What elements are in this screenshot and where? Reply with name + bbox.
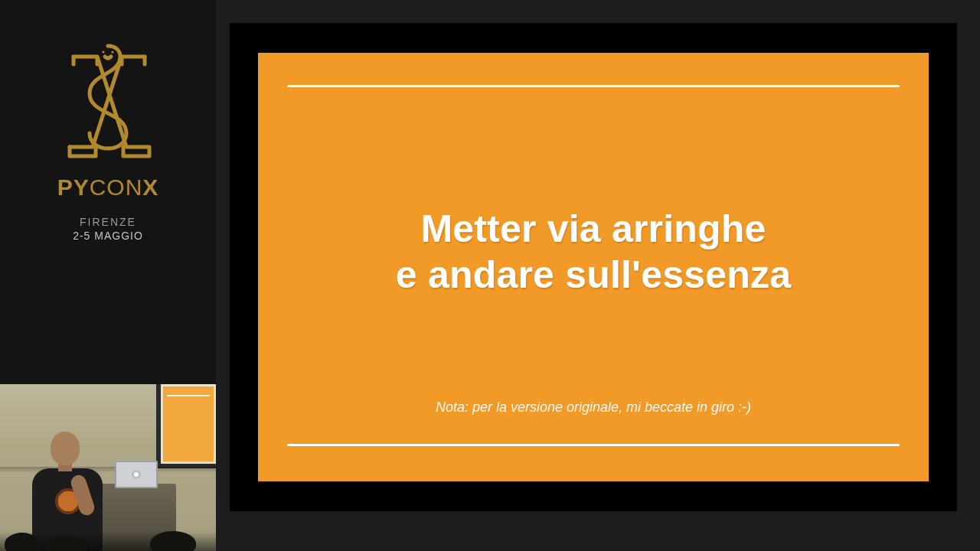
brand-mid: CON: [90, 174, 143, 200]
audience-head: [5, 533, 40, 551]
pyconx-logo-icon: [47, 40, 169, 170]
brand-right: X: [142, 174, 158, 200]
brand-left: PY: [57, 174, 90, 200]
laptop-icon: [115, 461, 158, 488]
presentation-slide: Metter via arringhe e andare sull'essenz…: [258, 53, 929, 481]
event-logo-block: PYCONX FIRENZE 2-5 MAGGIO: [0, 0, 216, 242]
svg-point-0: [102, 51, 104, 53]
projector-screen-icon: [156, 384, 216, 468]
slide-footnote: Nota: per la versione originale, mi becc…: [258, 399, 929, 416]
video-frame: PYCONX FIRENZE 2-5 MAGGIO: [0, 0, 980, 551]
brand-wordmark: PYCONX: [57, 174, 159, 201]
slide-rule-top: [287, 85, 900, 87]
event-dates: 2-5 MAGGIO: [73, 230, 143, 242]
audience-head: [46, 536, 87, 551]
slide-title-line2: e andare sull'essenza: [396, 253, 791, 296]
slide-title-line1: Metter via arringhe: [420, 207, 766, 250]
presentation-slide-frame: Metter via arringhe e andare sull'essenz…: [230, 23, 957, 511]
slide-rule-bottom: [287, 444, 900, 446]
speaker-camera-inset: [0, 384, 216, 551]
slide-title: Metter via arringhe e andare sull'essenz…: [258, 206, 929, 298]
event-location: FIRENZE: [80, 216, 136, 228]
audience-head: [150, 531, 196, 551]
event-sidebar: PYCONX FIRENZE 2-5 MAGGIO: [0, 0, 216, 551]
svg-point-1: [111, 51, 113, 53]
